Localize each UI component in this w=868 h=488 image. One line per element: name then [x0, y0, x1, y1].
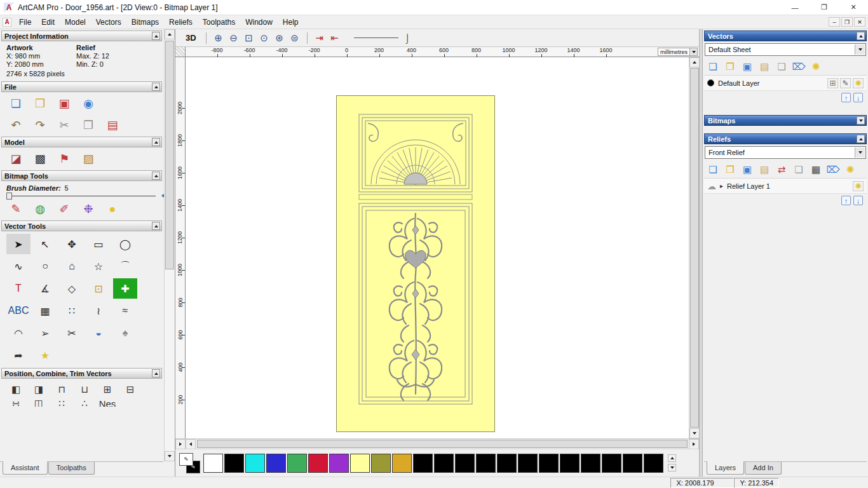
colour-swatch[interactable]	[581, 454, 600, 473]
horizontal-scrollbar[interactable]	[175, 438, 699, 449]
model-preview-icon[interactable]: ▩	[32, 151, 48, 167]
layer-visibility-icon[interactable]: ✺	[853, 78, 864, 88]
colour-swatch[interactable]	[602, 454, 621, 473]
menu-model[interactable]: Model	[60, 17, 91, 28]
move-layer-down-button[interactable]: ↓	[853, 93, 863, 102]
zoom-previous-icon[interactable]: ⊜	[287, 31, 302, 45]
scroll-page-button[interactable]	[175, 439, 186, 449]
scroll-left-button[interactable]	[186, 439, 196, 449]
reliefs-header[interactable]: Reliefs	[704, 133, 867, 144]
colour-swatch[interactable]	[560, 454, 580, 473]
zoom-out-icon[interactable]: ⊖	[226, 31, 241, 45]
rotate-copy-icon[interactable]: ∴	[76, 397, 93, 407]
vector-layer-row[interactable]: Default Layer ⊞✎✺	[704, 76, 867, 91]
menu-help[interactable]: Help	[278, 17, 304, 28]
nest-tool-label[interactable]: Nes	[99, 397, 116, 407]
tab-toolpaths[interactable]: Toolpaths	[48, 462, 95, 475]
extrude-tool[interactable]: ◒	[86, 323, 111, 343]
transfer-relief-icon[interactable]: ⇄	[775, 163, 788, 176]
primary-secondary-colour-swatch[interactable]: ✎ ✎	[179, 453, 200, 473]
zoom-fit-icon[interactable]: ⊛	[272, 31, 287, 45]
mdi-restore-button[interactable]: ❐	[841, 17, 853, 27]
paste-icon[interactable]: ❐	[80, 117, 97, 133]
create-circle-tool[interactable]: ○	[33, 256, 57, 276]
notes-icon[interactable]: ▤	[104, 117, 121, 133]
zoom-100-icon[interactable]: ⊙	[257, 31, 272, 45]
paint-selected-colour-icon[interactable]: ◍	[32, 201, 48, 217]
colour-swatch[interactable]	[455, 454, 475, 473]
snap-guides-icon[interactable]: ⇤	[327, 31, 342, 45]
blank-relief-icon[interactable]: ❏	[792, 163, 805, 176]
center-in-page-icon[interactable]: ⊞	[99, 382, 116, 397]
trim-vectors-tool[interactable]: ✂	[60, 323, 84, 343]
section-project-information[interactable]: Project Information	[1, 30, 162, 41]
undo-icon[interactable]: ↶	[8, 117, 24, 133]
import-export-icon[interactable]: ◉	[80, 95, 97, 112]
dropdown-button[interactable]	[855, 147, 865, 158]
create-diamond-tool[interactable]: ◇	[60, 278, 84, 299]
load-image-icon[interactable]: ▨	[80, 151, 97, 167]
menu-vectors[interactable]: Vectors	[91, 17, 126, 28]
redo-icon[interactable]: ↷	[32, 117, 48, 133]
snap-layer-icon[interactable]: ⊞	[827, 78, 838, 88]
offset-vector-tool[interactable]: ⊡	[86, 278, 111, 299]
mdi-close-button[interactable]: ✕	[854, 17, 865, 27]
scroll-up-button[interactable]	[165, 29, 175, 39]
zoom-in-icon[interactable]: ⊕	[211, 31, 226, 45]
fillet-tool[interactable]: ➦	[6, 345, 31, 365]
nesting-tool[interactable]: ♠	[113, 323, 137, 343]
relief-select[interactable]: Front Relief	[705, 146, 866, 159]
transform-vectors-tool[interactable]: ✥	[60, 234, 84, 254]
create-text-tool[interactable]: T	[6, 278, 31, 299]
text-block-tool[interactable]: ABC	[6, 301, 31, 321]
scroll-up-button[interactable]	[689, 57, 700, 67]
align-bottom-icon[interactable]: ⊔	[76, 382, 93, 397]
new-vector-layer-icon[interactable]: ❏	[707, 60, 719, 73]
collapse-button[interactable]	[152, 369, 160, 377]
scrollbar-thumb[interactable]	[690, 68, 699, 428]
slider-track[interactable]	[6, 196, 156, 196]
view-3d-button[interactable]: 3D	[180, 32, 201, 44]
arc-through-points-tool[interactable]: ◠	[6, 323, 31, 343]
paint-icon[interactable]: ✎	[8, 201, 24, 217]
collapse-button[interactable]	[152, 138, 160, 146]
move-layer-up-button[interactable]: ↑	[841, 93, 851, 102]
new-sheet-icon[interactable]: ❏	[775, 60, 788, 73]
cut-icon[interactable]: ✂	[56, 117, 72, 133]
scroll-down-button[interactable]	[689, 428, 700, 438]
colour-swatch[interactable]	[644, 454, 663, 473]
colour-swatch[interactable]	[392, 454, 412, 473]
align-top-icon[interactable]: ⊓	[53, 382, 70, 397]
expander-icon[interactable]: ▸	[720, 182, 723, 189]
scroll-down-button[interactable]	[165, 451, 175, 461]
collapse-button[interactable]	[857, 135, 865, 143]
grid-tool[interactable]: ▦	[33, 301, 57, 321]
edit-layer-icon[interactable]: ✎	[840, 78, 851, 88]
door-relief-artwork[interactable]	[336, 95, 495, 432]
create-star-tool[interactable]: ☆	[86, 256, 111, 276]
new-relief-icon[interactable]: ❏	[707, 163, 719, 176]
scroll-right-button[interactable]	[689, 439, 699, 449]
collapse-button[interactable]	[857, 116, 865, 125]
menu-toolpaths[interactable]: Toolpaths	[198, 17, 240, 28]
menu-reliefs[interactable]: Reliefs	[164, 17, 198, 28]
colour-swatch[interactable]	[518, 454, 538, 473]
create-arc-tool[interactable]: ⌒	[113, 256, 137, 276]
tab-layers[interactable]: Layers	[707, 461, 744, 475]
move-layer-down-button[interactable]: ↓	[853, 196, 863, 205]
new-model-icon[interactable]: ❏	[8, 95, 24, 112]
menu-edit[interactable]: Edit	[36, 17, 60, 28]
scrollbar-thumb[interactable]	[165, 41, 174, 269]
colour-swatch[interactable]	[476, 454, 496, 473]
calculate-relief-icon[interactable]: ▦	[810, 163, 822, 176]
section-model[interactable]: Model	[1, 137, 162, 147]
select-vectors-tool[interactable]: ➤	[6, 234, 31, 254]
collapse-button[interactable]	[857, 32, 865, 40]
relief-visibility-icon[interactable]: ✺	[853, 181, 864, 191]
block-paste-tool[interactable]: ✚	[113, 278, 137, 299]
move-layer-up-button[interactable]: ↑	[841, 196, 851, 205]
colour-swatch[interactable]	[539, 454, 559, 473]
relief-layer-name[interactable]: Relief Layer 1	[727, 182, 770, 190]
colour-swatch[interactable]	[245, 454, 265, 473]
collapse-button[interactable]	[152, 83, 160, 91]
